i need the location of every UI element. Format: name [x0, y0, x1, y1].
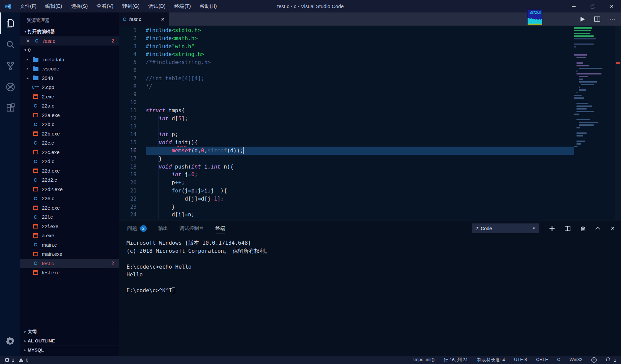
file-row-22e.c[interactable]: C22e.c [20, 194, 119, 203]
status-item-3[interactable]: UTF-8 [514, 357, 527, 363]
source-control-icon[interactable] [0, 55, 20, 76]
explorer-icon[interactable] [0, 12, 20, 34]
file-row-2.cpp[interactable]: C⁺⁺2.cpp [20, 83, 119, 92]
close-icon[interactable]: ✕ [26, 38, 31, 43]
new-terminal-button[interactable] [549, 226, 555, 231]
panel-tab-终端[interactable]: 终端 [216, 220, 225, 236]
menu-item-7[interactable]: 帮助(H) [195, 0, 221, 12]
panel-tab-调试控制台[interactable]: 调试控制台 [179, 220, 204, 236]
menu-item-3[interactable]: 查看(V) [92, 0, 118, 12]
file-row-a.exe[interactable]: a.exe [20, 231, 119, 240]
file-name: test.c [42, 261, 54, 266]
file-name: .metadata [42, 57, 64, 62]
line-number: 11 [119, 107, 137, 115]
sidebar-section-AL OUTLINE[interactable]: ▹AL OUTLINE [20, 336, 119, 345]
status-item-6[interactable]: Win32 [569, 357, 582, 363]
tab-test-c[interactable]: C test.c ✕ [119, 12, 169, 26]
split-terminal-button[interactable] [565, 226, 570, 231]
file-row-22c.c[interactable]: C22c.c [20, 138, 119, 148]
overview-ruler[interactable] [615, 26, 621, 220]
notifications-bell[interactable]: 1 [606, 357, 616, 363]
maximize-panel-button[interactable] [595, 227, 600, 230]
file-row-main.exe[interactable]: main.exe [20, 249, 119, 259]
restore-icon [591, 4, 595, 8]
file-name: 22d.c [42, 158, 54, 164]
code-line-14: int p; [146, 130, 574, 139]
file-row-2048[interactable]: ▸2048 [20, 73, 119, 83]
debug-icon[interactable] [0, 76, 20, 97]
menu-item-5[interactable]: 调试(D) [144, 0, 170, 12]
file-row-22d2.exe[interactable]: 22d2.exe [20, 185, 119, 194]
run-button[interactable] [580, 17, 585, 22]
file-row-.vscode[interactable]: ▸.vscode [20, 64, 119, 73]
chevron-right-icon: ▹ [23, 329, 28, 334]
feedback-smiley-icon[interactable] [591, 357, 597, 363]
file-name: .vscode [42, 66, 59, 71]
menu-item-4[interactable]: 转到(G) [118, 0, 144, 12]
file-row-22d.c[interactable]: C22d.c [20, 157, 119, 166]
file-row-main.c[interactable]: Cmain.c [20, 240, 119, 250]
close-tab-icon[interactable]: ✕ [161, 17, 165, 22]
exe-file-icon [32, 169, 39, 173]
terminal-cursor [172, 287, 175, 293]
code-line-3: #include"win.h" [146, 42, 574, 51]
restore-button[interactable] [583, 0, 602, 12]
settings-gear-icon[interactable] [0, 331, 20, 352]
open-editor-test-c[interactable]: ✕ C test.c 2 [20, 36, 119, 46]
file-row-22f.c[interactable]: C22f.c [20, 212, 119, 222]
menu-item-6[interactable]: 终端(T) [170, 0, 195, 12]
extensions-icon[interactable] [0, 97, 20, 119]
file-row-22a.c[interactable]: C22a.c [20, 101, 119, 111]
file-row-22b.c[interactable]: C22b.c [20, 120, 119, 129]
menu-item-0[interactable]: 文件(F) [16, 0, 41, 12]
sidebar-section-MYSQL[interactable]: ▹MYSQL [20, 345, 119, 355]
file-row-22c.exe[interactable]: 22c.exe [20, 148, 119, 157]
file-row-22d.exe[interactable]: 22d.exe [20, 166, 119, 176]
minimize-button[interactable]: ─ [564, 0, 583, 12]
line-number: 22 [119, 195, 137, 203]
panel-tab-输出[interactable]: 输出 [158, 220, 168, 236]
split-editor-button[interactable] [594, 17, 600, 22]
file-row-test.exe[interactable]: test.exe [20, 268, 119, 277]
kill-terminal-button[interactable] [581, 226, 585, 231]
file-row-2.exe[interactable]: 2.exe [20, 92, 119, 101]
menu-item-1[interactable]: 编辑(E) [41, 0, 66, 12]
problems-status[interactable]: 2 0 [5, 358, 28, 363]
folder-section-header[interactable]: ▾ C [20, 46, 119, 55]
file-row-22e.exe[interactable]: 22e.exe [20, 203, 119, 213]
open-editors-section-header[interactable]: ▾ 打开的编辑器 [20, 27, 119, 36]
file-name: 2048 [42, 75, 53, 81]
menu-item-2[interactable]: 选择(S) [66, 0, 92, 12]
search-icon[interactable] [0, 34, 20, 55]
status-item-4[interactable]: CRLF [536, 357, 548, 363]
file-row-test.c[interactable]: Ctest.c2 [20, 259, 119, 268]
status-item-1[interactable]: 行 16, 列 31 [444, 357, 468, 363]
line-number: 12 [119, 115, 137, 123]
chevron-down-icon: ▼ [532, 226, 536, 230]
status-item-2[interactable]: 制表符长度: 4 [477, 357, 505, 363]
more-actions-button[interactable]: ⋯ [609, 16, 616, 23]
line-number: 10 [119, 98, 137, 107]
panel-tab-问题[interactable]: 问题2 [127, 220, 147, 236]
terminal-select[interactable]: 2: Code ▼ [472, 223, 539, 233]
file-name: main.c [42, 242, 57, 248]
status-item-0[interactable]: tmps::init() [413, 357, 434, 363]
file-row-22b.exe[interactable]: 22b.exe [20, 129, 119, 139]
file-name: 22b.exe [42, 131, 60, 136]
minimap[interactable] [574, 27, 615, 148]
file-row-.metadata[interactable]: ▸.metadata [20, 55, 119, 64]
file-row-22a.exe[interactable]: 22a.exe [20, 111, 119, 120]
c-file-icon: C [123, 17, 126, 22]
code-editor[interactable]: 1234567891011121314151617181920212223242… [119, 26, 621, 220]
file-row-22f.exe[interactable]: 22f.exe [20, 222, 119, 231]
status-item-5[interactable]: C [557, 357, 560, 363]
folder-file-icon [32, 57, 39, 62]
window-title: test.c - c - Visual Studio Code [277, 3, 344, 9]
line-number: 5 [119, 58, 137, 66]
close-panel-button[interactable]: ✕ [611, 225, 615, 232]
line-number: 8 [119, 83, 137, 91]
file-row-22d2.c[interactable]: C22d2.c [20, 175, 119, 185]
terminal-output[interactable]: Microsoft Windows [版本 10.0.17134.648](c)… [119, 236, 621, 295]
close-window-button[interactable]: ✕ [602, 0, 621, 12]
sidebar-section-大纲[interactable]: ▹大纲 [20, 327, 119, 336]
